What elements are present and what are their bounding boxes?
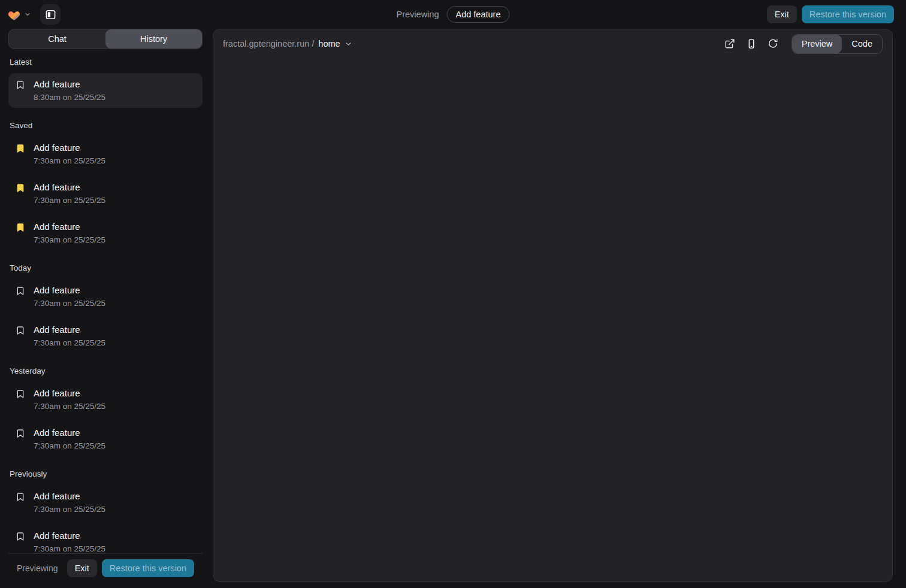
version-title: Add feature	[34, 427, 105, 439]
version-item[interactable]: Add feature 7:30am on 25/25/25	[8, 176, 203, 211]
refresh-button[interactable]	[768, 38, 778, 49]
version-title: Add feature	[34, 142, 105, 154]
history-section: Today Add feature 7:30am on 25/25/25 Add…	[8, 263, 203, 353]
bookmark-icon	[16, 492, 25, 502]
bookmark-icon	[16, 429, 25, 438]
version-timestamp: 7:30am on 25/25/25	[34, 338, 105, 348]
bookmark-icon	[16, 326, 25, 335]
panel-left-icon	[45, 9, 56, 20]
version-item[interactable]: Add feature 7:30am on 25/25/25	[8, 279, 203, 314]
history-section: Saved Add feature 7:30am on 25/25/25 Add…	[8, 121, 203, 250]
version-item[interactable]: Add feature 7:30am on 25/25/25	[8, 382, 203, 417]
previewing-label: Previewing	[397, 10, 439, 19]
version-title: Add feature	[34, 78, 105, 90]
version-title: Add feature	[34, 387, 105, 399]
history-section: Latest Add feature 8:30am on 25/25/25	[8, 57, 203, 108]
sidebar-footer: Previewing Exit Restore this version	[8, 553, 203, 582]
history-section-label: Saved	[10, 121, 201, 130]
history-section-label: Today	[10, 263, 201, 272]
preview-toolbar: PreviewCode	[724, 34, 883, 54]
version-title: Add feature	[34, 181, 105, 193]
version-item-text: Add feature 7:30am on 25/25/25	[34, 490, 105, 514]
version-title: Add feature	[34, 284, 105, 296]
mobile-view-button[interactable]	[746, 38, 757, 49]
history-section-items: Add feature 7:30am on 25/25/25 Add featu…	[8, 382, 203, 456]
preview-viewport[interactable]	[213, 58, 892, 581]
view-toggle-code[interactable]: Code	[842, 35, 882, 53]
bookmark-icon	[16, 223, 25, 232]
version-title: Add feature	[34, 530, 105, 542]
footer-exit-button[interactable]: Exit	[67, 559, 97, 577]
restore-version-button[interactable]: Restore this version	[802, 5, 894, 23]
view-toggle: PreviewCode	[792, 34, 883, 54]
version-title: Add feature	[34, 221, 105, 233]
preview-header: fractal.gptengineer.run / home	[213, 29, 892, 58]
version-item-text: Add feature 7:30am on 25/25/25	[34, 427, 105, 451]
topbar-status: Previewing Add feature	[397, 6, 510, 23]
topbar-actions: Exit Restore this version	[767, 5, 894, 23]
version-item[interactable]: Add feature 7:30am on 25/25/25	[8, 137, 203, 171]
version-item-text: Add feature 7:30am on 25/25/25	[34, 324, 105, 348]
version-item-text: Add feature 7:30am on 25/25/25	[34, 181, 105, 205]
version-timestamp: 7:30am on 25/25/25	[34, 298, 105, 308]
bookmark-icon	[16, 80, 25, 90]
history-section-items: Add feature 7:30am on 25/25/25 Add featu…	[8, 279, 203, 353]
version-item[interactable]: Add feature 8:30am on 25/25/25	[8, 73, 203, 108]
version-timestamp: 7:30am on 25/25/25	[34, 504, 105, 514]
footer-previewing-label: Previewing	[17, 563, 58, 573]
version-item[interactable]: Add feature 7:30am on 25/25/25	[8, 422, 203, 456]
chevron-down-icon	[345, 40, 352, 48]
sidebar-toggle-button[interactable]	[40, 4, 61, 25]
sidebar-tabs: ChatHistory	[8, 29, 203, 49]
version-timestamp: 7:30am on 25/25/25	[34, 441, 105, 451]
version-timestamp: 7:30am on 25/25/25	[34, 195, 105, 205]
bookmark-icon	[16, 389, 25, 399]
bookmark-icon	[16, 286, 25, 296]
version-item[interactable]: Add feature 7:30am on 25/25/25	[8, 485, 203, 520]
url-selector[interactable]: fractal.gptengineer.run / home	[223, 39, 352, 49]
version-title: Add feature	[34, 490, 105, 502]
version-item[interactable]: Add feature 7:30am on 25/25/25	[8, 525, 203, 553]
heart-logo-icon[interactable]	[7, 8, 21, 21]
open-in-new-window-button[interactable]	[724, 38, 735, 49]
footer-buttons: Exit Restore this version	[67, 559, 194, 577]
bookmark-icon	[16, 183, 25, 193]
bookmark-icon	[16, 144, 25, 153]
footer-restore-version-button[interactable]: Restore this version	[102, 559, 194, 577]
tab-chat[interactable]: Chat	[9, 29, 105, 49]
tab-history[interactable]: History	[105, 29, 202, 49]
version-timestamp: 7:30am on 25/25/25	[34, 235, 105, 245]
version-item[interactable]: Add feature 7:30am on 25/25/25	[8, 216, 203, 250]
version-item-text: Add feature 7:30am on 25/25/25	[34, 387, 105, 411]
version-badge[interactable]: Add feature	[446, 6, 509, 23]
logo-group	[7, 4, 61, 25]
url-prefix: fractal.gptengineer.run /	[223, 39, 314, 49]
history-section-label: Previously	[10, 469, 201, 478]
url-current-page: home	[318, 39, 340, 49]
exit-button[interactable]: Exit	[767, 5, 797, 23]
history-section-items: Add feature 8:30am on 25/25/25	[8, 73, 203, 108]
smartphone-icon	[746, 38, 757, 49]
version-item-text: Add feature 7:30am on 25/25/25	[34, 142, 105, 166]
history-section-label: Yesterday	[10, 366, 201, 375]
version-list: Latest Add feature 8:30am on 25/25/25 Sa…	[8, 49, 203, 553]
version-title: Add feature	[34, 324, 105, 336]
history-section-label: Latest	[10, 57, 201, 66]
chevron-down-icon[interactable]	[24, 11, 31, 18]
external-link-icon	[724, 38, 735, 49]
version-timestamp: 7:30am on 25/25/25	[34, 156, 105, 166]
version-timestamp: 8:30am on 25/25/25	[34, 92, 105, 102]
version-item-text: Add feature 7:30am on 25/25/25	[34, 221, 105, 245]
view-toggle-preview[interactable]: Preview	[792, 35, 842, 53]
version-item-text: Add feature 7:30am on 25/25/25	[34, 530, 105, 553]
topbar: Previewing Add feature Exit Restore this…	[0, 0, 906, 29]
history-section-items: Add feature 7:30am on 25/25/25 Add featu…	[8, 485, 203, 553]
version-item[interactable]: Add feature 7:30am on 25/25/25	[8, 319, 203, 353]
history-section: Yesterday Add feature 7:30am on 25/25/25…	[8, 366, 203, 456]
refresh-icon	[768, 38, 778, 49]
content-area: ChatHistory Latest Add feature 8:30am on…	[8, 29, 893, 582]
history-section-items: Add feature 7:30am on 25/25/25 Add featu…	[8, 137, 203, 250]
bookmark-icon	[16, 532, 25, 541]
history-section: Previously Add feature 7:30am on 25/25/2…	[8, 469, 203, 553]
preview-pane: fractal.gptengineer.run / home	[213, 29, 893, 582]
